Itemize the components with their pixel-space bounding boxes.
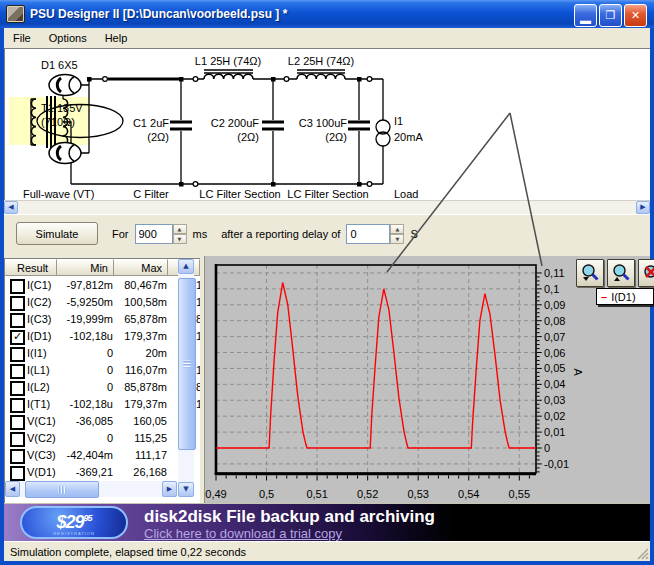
result-checkbox[interactable] (10, 347, 25, 362)
result-checkbox[interactable] (10, 449, 25, 464)
table-row[interactable]: V(C3)-42,404m111,17 (5, 447, 200, 464)
table-row[interactable]: V(D1)-369,2126,168 (5, 464, 200, 481)
y-tick-label: 0,03 (544, 394, 565, 406)
result-min: -5,9250m (55, 296, 113, 308)
table-row[interactable]: V(C1)-36,085160,05 (5, 413, 200, 430)
result-checkbox[interactable] (10, 364, 25, 379)
result-name: V(D1) (27, 466, 56, 478)
minimize-button[interactable]: ▬ (574, 4, 597, 27)
duration-down-icon[interactable]: ▼ (173, 234, 187, 244)
zoom-reset-button[interactable] (638, 259, 654, 287)
table-row[interactable]: I(L2)085,878m8 (5, 379, 200, 396)
section-load: Load (394, 188, 418, 200)
result-name: I(C1) (27, 279, 51, 291)
scroll-down-icon[interactable]: ▼ (178, 482, 194, 497)
col-min[interactable]: Min (57, 259, 114, 276)
col-max[interactable]: Max (114, 259, 168, 276)
table-row[interactable]: I(C3)-19,999m65,878m8 (5, 311, 200, 328)
table-row[interactable]: I(C2)-5,9250m100,58m1 (5, 294, 200, 311)
result-extra: 1 (196, 364, 200, 376)
result-checkbox[interactable] (10, 313, 25, 328)
zoom-out-button[interactable] (576, 259, 604, 287)
circuit-scroll-track[interactable] (18, 201, 636, 214)
label-c1-resistance: (2Ω) (147, 131, 169, 143)
result-checkbox[interactable] (10, 398, 25, 413)
scroll-left-icon[interactable]: ◀ (4, 201, 18, 214)
circuit-hscrollbar[interactable]: ◀ ▶ (4, 200, 650, 214)
close-button[interactable]: ✕ (624, 4, 647, 27)
results-vscrollbar[interactable]: ▲ ▼ (178, 259, 194, 497)
result-max: 80,467m (117, 279, 167, 291)
result-checkbox[interactable]: ✓ (10, 330, 25, 345)
ad-banner[interactable]: $2995 REGISTRATION disk2disk File backup… (4, 503, 650, 541)
section-lc2: LC Filter Section (287, 188, 368, 200)
results-table: Result Min Max I(C1)-97,812m80,467m1I(C2… (4, 258, 200, 503)
chart-legend: – I(D1) (596, 288, 654, 305)
y-tick-label: 0 (544, 442, 550, 454)
result-min: -97,812m (55, 279, 113, 291)
main-area: Result Min Max I(C1)-97,812m80,467m1I(C2… (4, 252, 650, 503)
hscroll-thumb[interactable] (25, 481, 99, 498)
x-tick-label: 0,5 (259, 488, 274, 500)
results-hscrollbar[interactable]: ◀ ▶ (5, 481, 177, 497)
duration-input[interactable] (135, 224, 173, 244)
result-name: I(L2) (27, 381, 50, 393)
delay-input[interactable] (346, 224, 390, 244)
status-bar: Simulation complete, elapsed time 0,22 s… (4, 541, 650, 561)
result-max: 85,878m (117, 381, 167, 393)
vscroll-thumb[interactable] (178, 278, 196, 450)
label-t1-value: T1 135V (41, 102, 83, 114)
y-tick-label: 0,06 (544, 347, 565, 359)
maximize-button[interactable]: ❒ (599, 4, 622, 27)
x-tick-label: 0,52 (357, 488, 378, 500)
table-row[interactable]: I(I1)020m (5, 345, 200, 362)
result-checkbox[interactable] (10, 381, 25, 396)
magnifier-plus-icon (611, 263, 631, 283)
y-tick-label: 0,11 (544, 267, 565, 279)
plot-frame (216, 265, 536, 473)
result-extra: 1 (196, 398, 200, 410)
result-checkbox[interactable] (10, 432, 25, 447)
y-tick-label: 0,01 (544, 426, 565, 438)
menu-help[interactable]: Help (96, 30, 137, 46)
result-checkbox[interactable] (10, 466, 25, 481)
circuit-canvas[interactable]: D1 6X5 T1 135V (710Ω) C1 2uF (2Ω) L1 25H… (4, 48, 650, 200)
result-max: 160,05 (117, 415, 167, 427)
price-caption: REGISTRATION (22, 532, 126, 536)
col-result[interactable]: Result (5, 259, 57, 276)
scroll-left-icon[interactable]: ◀ (5, 481, 20, 497)
zoom-in-button[interactable] (607, 259, 635, 287)
table-row[interactable]: I(L1)0116,07m1 (5, 362, 200, 379)
x-tick-label: 0,49 (205, 488, 226, 500)
x-tick-label: 0,51 (306, 488, 327, 500)
resize-grip[interactable] (636, 547, 649, 560)
menu-file[interactable]: File (4, 30, 40, 46)
duration-up-icon[interactable]: ▲ (173, 224, 187, 234)
menu-options[interactable]: Options (40, 30, 96, 46)
result-min: 0 (55, 364, 113, 376)
ad-download-link[interactable]: Click here to download a trial copy (144, 526, 342, 541)
scroll-up-icon[interactable]: ▲ (178, 259, 194, 274)
scroll-right-icon[interactable]: ▶ (162, 481, 177, 497)
result-checkbox[interactable] (10, 415, 25, 430)
delay-up-icon[interactable]: ▲ (390, 224, 404, 234)
result-min: -19,999m (55, 313, 113, 325)
trace-I(D1) (216, 283, 536, 449)
waveform-chart[interactable]: 0,490,50,510,520,530,540,550,110,10,090,… (205, 256, 651, 503)
table-row[interactable]: I(C1)-97,812m80,467m1 (5, 277, 200, 294)
title-bar[interactable]: PSU Designer II [D:\Duncan\voorbeeld.psu… (0, 0, 654, 28)
scroll-right-icon[interactable]: ▶ (636, 201, 650, 214)
result-name: V(C3) (27, 449, 56, 461)
delay-down-icon[interactable]: ▼ (390, 234, 404, 244)
result-min: -369,21 (55, 466, 113, 478)
table-row[interactable]: V(C2)0115,25 (5, 430, 200, 447)
simulate-button[interactable]: Simulate (16, 222, 98, 245)
result-checkbox[interactable] (10, 296, 25, 311)
x-tick-label: 0,54 (458, 488, 479, 500)
status-message: Simulation complete, elapsed time 0,22 s… (10, 546, 246, 558)
section-lc1: LC Filter Section (199, 188, 280, 200)
result-checkbox[interactable] (10, 279, 25, 294)
result-min: 0 (55, 432, 113, 444)
table-row[interactable]: ✓I(D1)-102,18u179,37m1 (5, 328, 200, 345)
table-row[interactable]: I(T1)-102,18u179,37m1 (5, 396, 200, 413)
